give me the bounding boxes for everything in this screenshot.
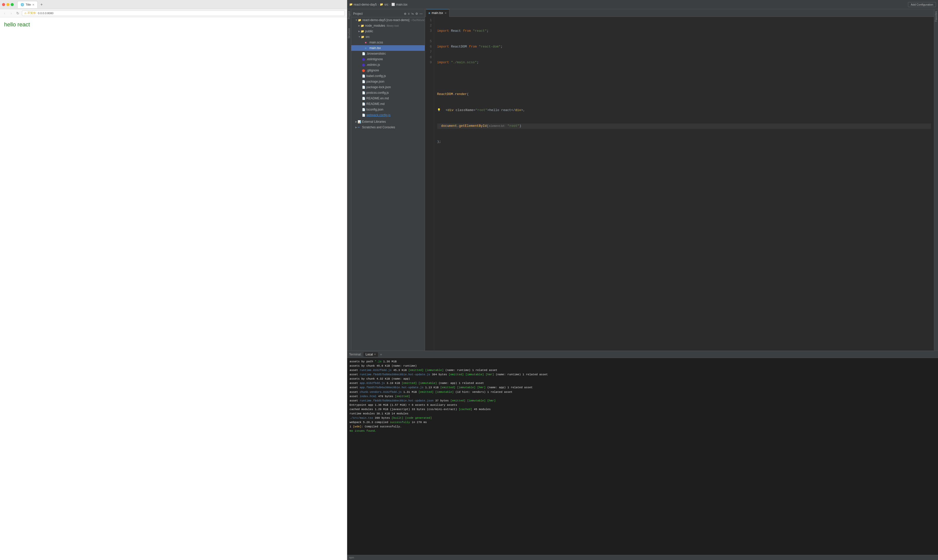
terminal-new-tab-button[interactable]: + bbox=[380, 352, 382, 357]
forward-button[interactable]: › bbox=[9, 11, 14, 16]
eslintrc-icon: ⬤ bbox=[362, 63, 366, 66]
code-line-4 bbox=[437, 76, 931, 81]
browser-tab[interactable]: 🌐 Title ✕ bbox=[17, 1, 38, 8]
ext-libs-icon: 📊 bbox=[358, 120, 361, 123]
terminal-line-9: asset index.html 478 bytes [emitted] bbox=[350, 394, 935, 398]
terminal-label: Terminal: bbox=[349, 353, 362, 356]
terminal-line-7: asset app.f8dd57bd96a398ec8b1e.hot-updat… bbox=[350, 385, 935, 390]
main-tsx-name: main.tsx bbox=[370, 46, 381, 50]
favorites-side-label[interactable]: Favorites bbox=[934, 9, 938, 24]
tree-item-src[interactable]: ▼ 📁 src bbox=[351, 34, 425, 40]
tree-item-postcss[interactable]: 📄 postcss.config.js bbox=[351, 90, 425, 95]
tsx-file-icon: ■ bbox=[365, 46, 369, 49]
package-lock-name: package-lock.json bbox=[367, 85, 391, 89]
address-bar[interactable]: ⚠ 不安全 0.0.0.0:8080 bbox=[22, 11, 345, 16]
project-side-tab[interactable]: Project bbox=[347, 9, 351, 21]
scss-file-icon: ■ bbox=[365, 41, 369, 44]
browser-nav: ‹ › ↻ ⚠ 不安全 0.0.0.0:8080 bbox=[0, 9, 347, 17]
minimize-button[interactable] bbox=[6, 3, 9, 6]
toolbar-icon-sort[interactable]: ≒ bbox=[411, 12, 414, 15]
tsconfig-icon: 📄 bbox=[362, 108, 366, 111]
tree-item-node-modules[interactable]: ▶ 📁 node_modules library root bbox=[351, 23, 425, 28]
editor-tab-name: main.tsx bbox=[432, 11, 443, 15]
tree-item-tsconfig[interactable]: 📄 tsconfig.json bbox=[351, 107, 425, 112]
terminal-line-6: asset app.01b2fbdd.js 3.19 KiB [emitted]… bbox=[350, 381, 935, 385]
terminal-line-2: assets by chunk 45.6 KiB (name: runtime) bbox=[350, 364, 935, 368]
browserslistrc-name: .browserslistrc bbox=[367, 52, 386, 55]
ide-main-wrapper: Project Structure Project ⊕ ≡ ≒ ⚙ bbox=[347, 9, 938, 560]
scratches-icon: ✏ bbox=[358, 126, 361, 129]
npm-label: npm bbox=[349, 556, 354, 559]
ide-path-project: react-demo-day5 bbox=[354, 3, 377, 6]
ide-body: Project Structure Project ⊕ ≡ ≒ ⚙ bbox=[347, 9, 938, 351]
add-configuration-button[interactable]: Add Configuration bbox=[908, 2, 936, 7]
editor-tab-close-icon[interactable]: ✕ bbox=[444, 12, 447, 14]
readme-en-name: README.en.md bbox=[367, 97, 389, 100]
ide-breadcrumb: 📁 react-demo-day5 › 📁 src › ⬜ main.tsx bbox=[349, 3, 407, 6]
maximize-button[interactable] bbox=[11, 3, 14, 6]
terminal-content[interactable]: assets by path *.js 1.36 MiB assets by c… bbox=[347, 358, 938, 555]
tab-favicon: 🌐 bbox=[21, 3, 24, 6]
public-name: public bbox=[365, 29, 373, 33]
terminal-line-15: webpack 5.26.3 compiled successfully in … bbox=[350, 420, 935, 425]
new-tab-button[interactable]: + bbox=[39, 2, 44, 8]
terminal-line-13: runtime modules 30.1 KiB 14 modules bbox=[350, 412, 935, 416]
editor-tab-main-tsx[interactable]: ■ main.tsx ✕ bbox=[426, 9, 449, 17]
browser-content: hello react bbox=[0, 17, 347, 560]
side-tabs: Project Structure bbox=[347, 9, 351, 351]
tree-item-eslintrc[interactable]: ⬤ .eslintrc.js bbox=[351, 62, 425, 68]
terminal-tab-local[interactable]: Local ✕ bbox=[363, 352, 378, 357]
tree-item-browserslistrc[interactable]: 📄 .browserslistrc bbox=[351, 51, 425, 56]
editor-content[interactable]: 1 2 3 5 6 7 8 9 import Re bbox=[425, 17, 934, 351]
file-tree: Project ⊕ ≡ ≒ ⚙ — ▼ 📁 bbox=[351, 9, 425, 351]
tree-item-public[interactable]: ▶ 📁 public bbox=[351, 28, 425, 34]
back-button[interactable]: ‹ bbox=[2, 11, 7, 16]
structure-side-tab[interactable]: Structure bbox=[347, 26, 351, 41]
tab-close-icon[interactable]: ✕ bbox=[32, 3, 34, 6]
webpack-icon: 📄 bbox=[362, 114, 366, 117]
toolbar-icon-filter[interactable]: ≡ bbox=[408, 12, 410, 15]
terminal-line-8: asset chunk-vendors.01b2fbdd.js 1.31 MiB… bbox=[350, 390, 935, 394]
reload-button[interactable]: ↻ bbox=[15, 11, 20, 16]
tree-item-external-libs[interactable]: ▶ 📊 External Libraries bbox=[351, 119, 425, 125]
terminal-line-16: i [wdm]: Compiled successfully. bbox=[350, 425, 935, 429]
node-modules-folder-icon: 📁 bbox=[361, 24, 364, 28]
tree-item-package-lock[interactable]: 📄 package-lock.json bbox=[351, 85, 425, 90]
tree-item-readme-en[interactable]: 📄 README.en.md bbox=[351, 95, 425, 101]
code-line-7: document.getElementById(elementId: "root… bbox=[437, 123, 931, 129]
src-name: src bbox=[366, 35, 370, 38]
code-line-6: 💡 <div className="root">hello react</div… bbox=[437, 108, 931, 113]
ext-libs-chevron: ▶ bbox=[355, 120, 357, 123]
src-folder-icon-tree: 📁 bbox=[361, 35, 364, 38]
tree-root-item[interactable]: ▼ 📁 react-demo-day5 [cus-react-demo] ~/S… bbox=[351, 17, 425, 23]
terminal-line-14: ./src/main.tsx 399 bytes [built] [code g… bbox=[350, 416, 935, 420]
root-folder-icon: 📁 bbox=[358, 18, 361, 22]
terminal-tab-close-icon[interactable]: ✕ bbox=[374, 353, 376, 356]
readme-name: README.md bbox=[367, 102, 384, 106]
readme-en-icon: 📄 bbox=[362, 97, 366, 100]
code-editor[interactable]: import React from "react"; import ReactD… bbox=[434, 17, 934, 351]
tree-item-webpack[interactable]: 📄 webpack.config.js bbox=[351, 112, 425, 118]
tree-item-gitignore[interactable]: ⬤ .gitignore bbox=[351, 68, 425, 73]
tree-item-scratches[interactable]: ▶ ✏ Scratches and Consoles bbox=[351, 125, 425, 130]
main-scss-name: main.scss bbox=[370, 41, 383, 44]
tree-toolbar-label: Project bbox=[353, 12, 363, 15]
tree-item-main-tsx[interactable]: ■ main.tsx bbox=[351, 45, 425, 51]
app-container: 🌐 Title ✕ + ‹ › ↻ ⚠ 不安全 0.0.0.0:8080 bbox=[0, 0, 938, 560]
browser-titlebar: 🌐 Title ✕ + bbox=[0, 0, 347, 9]
close-button[interactable] bbox=[2, 3, 5, 6]
toolbar-icon-globe[interactable]: ⊕ bbox=[404, 12, 406, 15]
warning-icon: ⚠ bbox=[24, 12, 26, 14]
tree-item-eslintignore[interactable]: ⬤ .eslintignore bbox=[351, 56, 425, 62]
tree-item-package-json[interactable]: 📄 package.json bbox=[351, 79, 425, 85]
toolbar-icon-minimize[interactable]: — bbox=[420, 12, 423, 15]
ide-header: 📁 react-demo-day5 › 📁 src › ⬜ main.tsx A… bbox=[347, 0, 938, 9]
ide-header-right: Add Configuration bbox=[908, 2, 936, 7]
tree-item-main-scss[interactable]: ■ main.scss bbox=[351, 40, 425, 45]
readme-icon: 📄 bbox=[362, 102, 366, 106]
toolbar-icon-settings[interactable]: ⚙ bbox=[415, 12, 418, 15]
webpack-name: webpack.config.js bbox=[367, 113, 391, 117]
tree-item-readme[interactable]: 📄 README.md bbox=[351, 101, 425, 107]
babel-icon: 📄 bbox=[362, 74, 366, 78]
tree-item-babel[interactable]: 📄 babel.config.js bbox=[351, 73, 425, 79]
